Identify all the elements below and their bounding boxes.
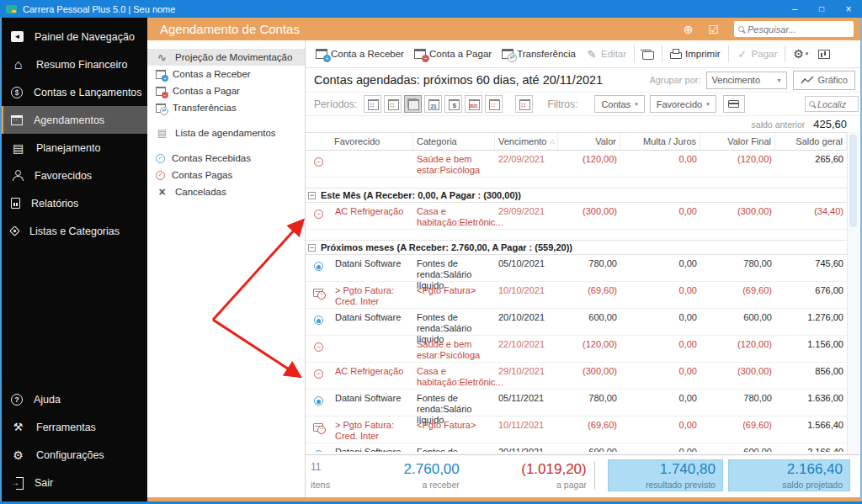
nav-footer-item[interactable]: ⚒ Ferramentas [0, 413, 147, 441]
toolbar-button[interactable] [634, 45, 635, 62]
toolbar-button[interactable] [662, 45, 662, 62]
nav-list: ◄ Painel de Navegação ⌂ Resumo Financeir… [0, 18, 147, 245]
table-row[interactable]: Datani Software Fontes de renda:Salário … [306, 443, 847, 452]
search-icon [809, 101, 815, 107]
locate-search[interactable] [805, 96, 859, 112]
table-row[interactable]: AC Refrigeração Casa e habitação:Eletrôn… [306, 203, 847, 230]
cell-favorecido: Datani Software [331, 443, 413, 452]
table-row[interactable] [306, 178, 847, 188]
row-cells: AC Refrigeração Casa e habitação:Eletrôn… [306, 203, 847, 228]
section-sidebar-item[interactable]: ✓ Contas Recebidas [147, 150, 305, 167]
nav-item[interactable]: Relatórios [0, 189, 147, 217]
toolbar-button[interactable]: ⚙ [788, 40, 813, 67]
column-header-categoria[interactable]: Categoria [413, 133, 495, 150]
period-filter-button[interactable] [465, 95, 482, 113]
nav-item[interactable]: ▤ Planejamento [0, 134, 147, 162]
toolbar-button[interactable]: ✓ Pagar [732, 40, 783, 67]
group-expander-icon[interactable] [308, 192, 316, 199]
toolbar-button[interactable]: Conta a Receber [311, 40, 409, 67]
nav-item[interactable]: Listas e Categorias [0, 217, 147, 245]
table-row[interactable]: Datani Software Fontes de renda:Salário … [306, 309, 847, 336]
summary-forecast: 1.740,80 resultado previsto [608, 459, 723, 491]
cell-valor-final: (300,00) [700, 363, 775, 377]
section-sidebar-item[interactable]: Contas a Pagar [147, 82, 305, 99]
toolbar-button[interactable]: Conta a Pagar [409, 40, 497, 67]
toolbar-button[interactable] [728, 45, 729, 62]
column-header-vencimento[interactable]: Vencimento [495, 133, 558, 150]
table-row[interactable]: Saúde e bem estar:Psicóloga 22/10/2021 (… [306, 336, 847, 363]
column-header-favorecido[interactable]: Favorecido [331, 133, 413, 150]
table-row[interactable]: Saúde e bem estar:Psicóloga 22/09/2021 (… [306, 151, 847, 178]
nav-footer-item[interactable]: → Sair [0, 469, 147, 496]
toolbar-button[interactable] [785, 45, 785, 62]
nav-item-label: Configurações [36, 449, 104, 461]
table-row[interactable]: > Pgto Fatura: Cred. Inter <Pgto Fatura>… [306, 416, 847, 443]
nav-footer-item[interactable]: ⚙ Configurações [0, 441, 147, 469]
section-sidebar-item[interactable]: ✓ Contas Pagas [147, 167, 305, 183]
toolbar-button[interactable]: Transferência [497, 40, 581, 67]
nav-footer-list: ? Ajuda ⚒ Ferramentas ⚙ Configurações → … [0, 385, 147, 496]
nav-item-icon [11, 115, 23, 125]
group-by-select[interactable]: Vencimento [706, 72, 787, 89]
vertical-scrollbar[interactable] [847, 132, 859, 454]
cell-valor: (120,00) [558, 336, 620, 350]
section-sidebar-item[interactable]: ∿ Projeção de Movimentação [147, 49, 305, 66]
period-filter-button[interactable] [364, 95, 381, 113]
receivable-value: 2.760,00 [404, 461, 460, 478]
global-search-input[interactable] [748, 24, 849, 34]
nav-item-label: Ferramentas [36, 422, 96, 433]
section-sidebar-item[interactable]: × Canceladas [147, 183, 305, 200]
section-sidebar-item[interactable]: ▤ Lista de agendamentos [147, 125, 305, 141]
period-filter-button[interactable] [515, 95, 533, 113]
add-icon[interactable]: ⊕ [684, 23, 694, 36]
table-row[interactable]: Datani Software Fontes de renda:Salário … [306, 255, 847, 282]
period-filter-button[interactable] [444, 95, 462, 113]
cell-multa-juros: 0,00 [620, 282, 700, 296]
table-row[interactable]: Datani Software Fontes de renda:Salário … [306, 390, 847, 416]
period-filter-button[interactable] [424, 95, 442, 113]
app-window: Carrera Pessoal Plus 5.0 | Seu nome – □ … [0, 0, 862, 504]
nav-item[interactable]: ⌂ Resumo Financeiro [0, 50, 147, 78]
nav-item[interactable]: $ Contas e Lançamentos [0, 78, 147, 106]
payable-value: (1.019,20) [521, 461, 587, 478]
section-sidebar-item[interactable]: Contas a Receber [147, 66, 305, 82]
toolbar-button[interactable] [637, 40, 659, 67]
section-sidebar-item[interactable]: Transferências [147, 99, 305, 116]
window-control-button[interactable]: – [781, 0, 808, 18]
table-row[interactable]: Este Mês (A Receber: 0,00, A Pagar : (30… [306, 188, 847, 203]
column-header-saldo-geral[interactable]: Saldo geral [775, 133, 847, 150]
global-search[interactable] [734, 21, 854, 37]
filter-dropdown[interactable]: Favorecido [650, 95, 716, 113]
table-row[interactable] [306, 230, 847, 240]
projected-value: 2.166,40 [787, 461, 843, 478]
toolbar-button[interactable] [813, 40, 835, 67]
cell-vencimento: 20/10/2021 [495, 309, 558, 323]
period-filter-button[interactable] [485, 95, 503, 113]
table-row[interactable]: > Pgto Fatura: Cred. Inter <Pgto Fatura>… [306, 282, 847, 309]
chart-button[interactable]: Gráfico [793, 71, 855, 90]
nav-footer-item[interactable]: ? Ajuda [0, 385, 147, 413]
column-header-multa-juros[interactable]: Multa / Juros [620, 133, 700, 150]
locate-search-input[interactable] [817, 99, 854, 109]
column-header-valor-final[interactable]: Valor Final [700, 133, 775, 150]
cell-categoria: Saúde e bem estar:Psicóloga [413, 336, 495, 361]
forecast-value: 1.740,80 [660, 461, 716, 478]
period-filter-button[interactable] [384, 95, 402, 113]
filter-dropdown[interactable]: Contas [594, 95, 644, 113]
window-control-button[interactable]: □ [808, 0, 835, 18]
period-filter-button[interactable] [404, 95, 422, 113]
column-header-valor[interactable]: Valor [558, 133, 620, 150]
window-control-button[interactable]: × [835, 0, 862, 18]
toolbar-button[interactable]: Imprimir [665, 40, 726, 67]
table-row[interactable]: Próximos meses (A Receber: 2.760,00, A P… [306, 240, 847, 255]
card-filter-button[interactable] [723, 95, 745, 113]
nav-item[interactable]: Agendamentos [0, 106, 147, 134]
nav-item[interactable]: Favorecidos [0, 162, 147, 189]
group-expander-icon[interactable] [308, 244, 316, 252]
toolbar-button[interactable]: ✎ Editar [581, 40, 631, 67]
nav-item[interactable]: ◄ Painel de Navegação [0, 23, 147, 50]
cell-valor-final: 780,00 [700, 255, 775, 269]
tasks-icon[interactable]: ☑ [708, 23, 719, 36]
table-row[interactable]: AC Refrigeração Casa e habitação:Eletrôn… [306, 363, 847, 390]
column-header-icon [306, 133, 331, 150]
